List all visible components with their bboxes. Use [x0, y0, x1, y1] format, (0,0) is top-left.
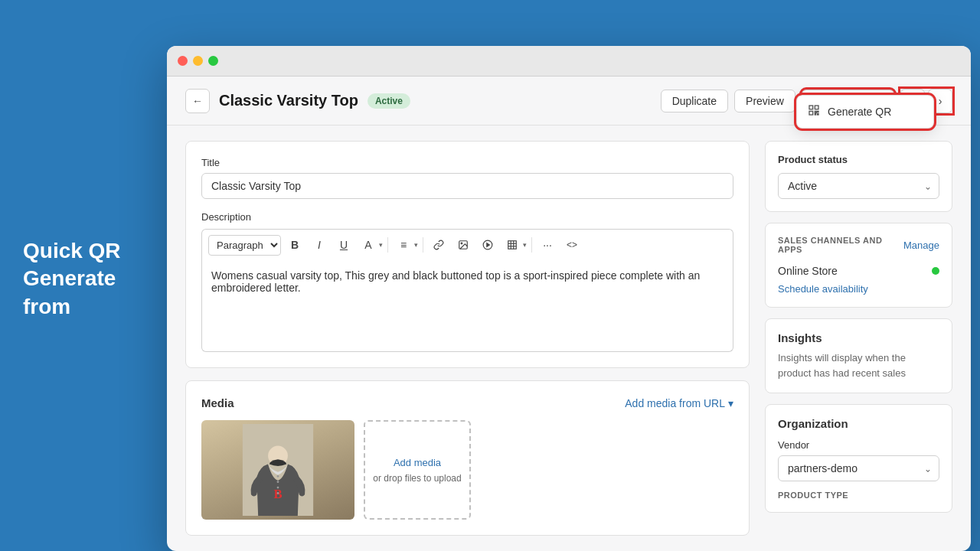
image-button[interactable] — [452, 234, 474, 256]
align-button[interactable]: ≡ — [393, 234, 414, 256]
underline-button[interactable]: U — [333, 234, 354, 256]
insights-card: Insights Insights will display when the … — [765, 318, 952, 393]
sales-channels-card: SALES CHANNELS AND APPS Manage Online St… — [765, 223, 952, 308]
product-image[interactable]: B — [201, 420, 354, 520]
channels-header: SALES CHANNELS AND APPS Manage — [778, 236, 939, 254]
video-button[interactable] — [477, 234, 498, 256]
main-area: ← Classic Varsity Top Active Duplicate P… — [167, 77, 971, 551]
svg-rect-6 — [818, 114, 818, 115]
manage-link[interactable]: Manage — [903, 240, 939, 251]
paragraph-select[interactable]: Paragraph — [208, 235, 281, 256]
qr-icon — [808, 104, 820, 119]
description-label: Description — [201, 211, 733, 223]
svg-marker-10 — [487, 243, 490, 247]
page-title: Classic Varsity Top — [219, 92, 358, 109]
editor-toolbar: Paragraph B I U A ▾ — [201, 229, 733, 260]
product-type-label: PRODUCT TYPE — [778, 491, 939, 500]
svg-point-8 — [461, 243, 462, 244]
title-input[interactable] — [201, 173, 733, 199]
product-status-title: Product status — [778, 154, 939, 165]
back-button[interactable]: ← — [185, 89, 210, 113]
add-media-url-button[interactable]: Add media from URL ▾ — [625, 397, 733, 409]
schedule-availability-link[interactable]: Schedule availability — [778, 283, 939, 295]
table-button[interactable] — [501, 234, 523, 256]
svg-rect-5 — [815, 114, 815, 115]
insights-title: Insights — [778, 331, 939, 344]
svg-point-21 — [277, 481, 279, 483]
insights-description: Insights will display when the product h… — [778, 350, 939, 380]
svg-rect-0 — [809, 106, 813, 109]
channel-name: Online Store — [778, 265, 838, 277]
body-content: Title Description Paragraph B I — [167, 126, 971, 551]
add-media-label: Add media — [394, 457, 441, 468]
media-card: Media Add media from URL ▾ — [185, 380, 750, 536]
preview-button[interactable]: Preview — [734, 90, 795, 112]
channels-title: SALES CHANNELS AND APPS — [778, 236, 903, 254]
svg-point-23 — [277, 492, 279, 494]
svg-rect-11 — [508, 241, 517, 249]
svg-point-22 — [277, 487, 279, 489]
generate-qr-label: Generate QR — [828, 106, 891, 118]
description-editor[interactable]: Womens casual varsity top, This grey and… — [201, 260, 733, 352]
svg-rect-4 — [818, 111, 818, 112]
vendor-select-wrapper: partners-demo — [778, 455, 939, 481]
window-content: ← Classic Varsity Top Active Duplicate P… — [167, 77, 971, 551]
text-color-button[interactable]: A — [358, 234, 379, 256]
more-actions-dropdown: Generate QR — [796, 95, 934, 129]
fullscreen-dot[interactable] — [208, 56, 218, 66]
svg-point-20 — [277, 475, 279, 478]
left-column: Title Description Paragraph B I — [185, 141, 750, 536]
code-button[interactable]: <> — [561, 234, 583, 256]
vendor-label: Vendor — [778, 439, 939, 451]
status-badge: Active — [368, 93, 410, 109]
organization-card: Organization Vendor partners-demo PRODUC… — [765, 404, 952, 513]
italic-button[interactable]: I — [309, 234, 330, 256]
divider-2 — [423, 237, 423, 253]
divider-3 — [531, 237, 532, 253]
media-title: Media — [201, 396, 234, 409]
add-media-drop-zone[interactable]: Add media or drop files to upload — [364, 420, 471, 520]
chevron-down-icon-media: ▾ — [728, 397, 733, 409]
window-chrome — [167, 46, 971, 77]
right-column: Product status Active Draft Archived — [765, 141, 952, 536]
media-grid: B — [201, 420, 733, 520]
channel-active-dot — [932, 267, 939, 275]
title-label: Title — [201, 157, 733, 168]
channel-item: Online Store — [778, 262, 939, 280]
drop-files-label: or drop files to upload — [373, 473, 461, 484]
product-status-select[interactable]: Active Draft Archived — [778, 173, 939, 199]
svg-rect-2 — [809, 111, 813, 115]
vendor-select[interactable]: partners-demo — [778, 455, 939, 481]
product-status-card: Product status Active Draft Archived — [765, 141, 952, 212]
main-window: ← Classic Varsity Top Active Duplicate P… — [167, 46, 971, 551]
link-button[interactable] — [428, 234, 449, 256]
minimize-dot[interactable] — [193, 56, 203, 66]
svg-rect-16 — [243, 424, 313, 516]
more-options-button[interactable]: ··· — [537, 234, 558, 256]
svg-rect-17 — [243, 424, 313, 516]
close-dot[interactable] — [178, 56, 188, 66]
media-header: Media Add media from URL ▾ — [201, 396, 733, 409]
svg-point-18 — [268, 446, 288, 466]
bold-button[interactable]: B — [284, 234, 305, 256]
organization-title: Organization — [778, 417, 939, 430]
product-details-card: Title Description Paragraph B I — [185, 141, 750, 368]
svg-rect-1 — [815, 106, 818, 109]
divider-1 — [387, 237, 388, 253]
generate-qr-item[interactable]: Generate QR — [797, 96, 933, 128]
svg-text:B: B — [273, 487, 282, 501]
promo-text: Quick QR Generate from — [23, 237, 176, 321]
duplicate-button[interactable]: Duplicate — [661, 90, 728, 112]
svg-rect-3 — [815, 111, 816, 112]
status-select-wrapper: Active Draft Archived — [778, 173, 939, 199]
traffic-lights — [178, 56, 218, 66]
